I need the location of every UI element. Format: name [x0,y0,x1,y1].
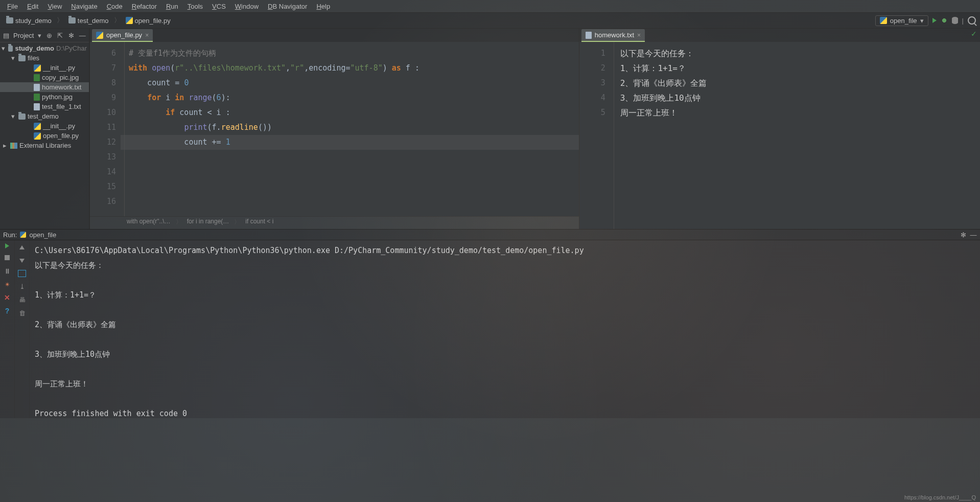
inspection-ok-icon[interactable]: ✓ [971,30,977,38]
menu-window[interactable]: Window [231,2,263,11]
line-gutter: 12345 [579,42,614,229]
tree-node[interactable]: homework.txt [0,82,89,92]
trash-icon[interactable]: 🗑 [18,309,26,317]
tree-path: D:\PyChar [56,44,87,52]
run-config-selector[interactable]: open_file ▾ [875,15,928,26]
txt-icon [586,32,592,39]
scroll-from-source-icon[interactable]: ⊕ [45,32,53,39]
tab-open-file-py[interactable]: open_file.py × [92,29,153,42]
help-icon[interactable]: ? [3,307,11,315]
collapse-all-icon[interactable]: ⇱ [57,32,64,39]
hide-icon[interactable]: — [79,32,86,39]
run-toolbar-secondary: ⤓ 🖶 🗑 [15,240,30,418]
run-toolbar-primary: ⏸ ✴ ✕ ? [0,240,15,418]
menu-code[interactable]: Code [103,2,127,11]
run-button[interactable] [932,18,937,23]
menu-vcs[interactable]: VCS [208,2,230,11]
main-menu-bar: FileEditViewNavigateCodeRefactorRunTools… [0,0,980,13]
navigation-bar: study_demo〉test_demo〉open_file.py open_f… [0,13,980,29]
editor-breadcrumb[interactable]: with open(r"..\…〉for i in range(…〉if cou… [90,216,579,229]
menu-navigate[interactable]: Navigate [67,2,101,11]
search-everywhere-icon[interactable] [968,16,976,25]
console-output[interactable]: C:\Users\86176\AppData\Local\Programs\Py… [30,240,980,418]
code-area[interactable]: # 变量f1作为文件的句柄with open(r"..\files\homewo… [125,42,579,216]
project-tab-icon: ▤ [3,32,9,39]
python-icon [96,32,103,39]
tree-arrow-icon: ▸ [1,142,8,149]
stop-button[interactable] [3,254,11,262]
breadcrumb: study_demo〉test_demo〉open_file.py [4,16,173,26]
scroll-to-end-icon[interactable]: ⤓ [18,282,26,290]
tree-node[interactable]: __init__.py [0,121,89,131]
editor-tabs-right: homework.txt × [579,29,980,42]
editor-body-left[interactable]: 678910111213141516 # 变量f1作为文件的句柄with ope… [90,42,579,216]
py-icon [126,17,133,24]
tree-node[interactable]: python.jpg [0,92,89,102]
folder-icon [8,45,13,52]
project-panel-header: ▤ Project ▾ ⊕ ⇱ ✻ — [0,29,89,42]
code-crumb-item[interactable]: with open(r"..\… [127,218,171,229]
hide-icon[interactable]: — [970,231,977,238]
text-area[interactable]: 以下是今天的任务：1、计算：1+1=？2、背诵《出师表》全篇3、加班到晚上10点… [614,42,980,229]
folder-icon [18,113,26,120]
down-stack-icon[interactable] [18,257,26,265]
tree-node[interactable]: copy_pic.jpg [0,73,89,82]
breadcrumb-item[interactable]: test_demo [66,16,111,26]
attach-button[interactable] [952,17,958,24]
image-icon [34,94,40,101]
editor-left: open_file.py × 678910111213141516 # 变量f1… [89,29,579,229]
tree-label: open_file.py [43,132,79,140]
rerun-button[interactable] [5,243,9,248]
menu-view[interactable]: View [43,2,66,11]
lib-icon [10,143,17,149]
menu-db-navigator[interactable]: DB Navigator [264,2,311,11]
tree-label: homework.txt [42,83,81,91]
run-label: Run: [3,231,17,239]
up-stack-icon[interactable] [18,243,26,252]
code-crumb-item[interactable]: for i in range(… [187,218,229,229]
soft-wrap-icon[interactable] [18,270,26,277]
editor-right: homework.txt × 12345 以下是今天的任务：1、计算：1+1=？… [579,29,980,229]
tree-node[interactable]: ▸External Libraries [0,141,89,150]
run-tool-window: ⏸ ✴ ✕ ? ⤓ 🖶 🗑 C:\Users\86176\AppData\Loc… [0,240,980,418]
txt-icon [34,103,40,110]
gear-icon[interactable]: ✻ [68,32,75,39]
close-tab-icon[interactable]: × [637,32,641,39]
chevron-down-icon[interactable]: ▾ [38,32,41,39]
line-gutter: 678910111213141516 [90,42,125,216]
tree-node[interactable]: ▾files [0,53,89,63]
close-tab-icon[interactable]: × [145,32,149,39]
breadcrumb-item[interactable]: open_file.py [124,16,173,26]
project-tree[interactable]: ▾study_demo D:\PyChar▾files__init__.pyco… [0,42,89,229]
menu-refactor[interactable]: Refactor [128,2,161,11]
txt-icon [34,84,40,91]
menu-run[interactable]: Run [162,2,182,11]
tree-node[interactable]: test_file_1.txt [0,102,89,111]
breadcrumb-label: study_demo [15,17,52,25]
close-run-icon[interactable]: ✕ [3,293,11,302]
tree-node[interactable]: __init__.py [0,63,89,73]
thread-dump-icon[interactable]: ✴ [3,280,11,288]
print-icon[interactable]: 🖶 [18,295,26,304]
editor-body-right[interactable]: 12345 以下是今天的任务：1、计算：1+1=？2、背诵《出师表》全篇3、加班… [579,42,980,229]
pause-icon[interactable]: ⏸ [3,267,11,275]
python-icon [880,17,887,24]
tree-node[interactable]: open_file.py [0,131,89,141]
menu-file[interactable]: File [3,2,22,11]
gear-icon[interactable]: ✻ [960,231,967,238]
run-tool-header: Run: open_file ✻ — [0,229,980,240]
code-crumb-item[interactable]: if count < i [245,218,273,229]
breadcrumb-label: test_demo [78,17,109,25]
breadcrumb-item[interactable]: study_demo [4,16,54,26]
project-panel-title[interactable]: Project [13,32,34,39]
tree-label: External Libraries [19,142,71,149]
menu-help[interactable]: Help [312,2,334,11]
tab-homework-txt[interactable]: homework.txt × [581,29,645,42]
tree-node[interactable]: ▾test_demo [0,111,89,121]
tree-node[interactable]: ▾study_demo D:\PyChar [0,43,89,53]
debug-button[interactable] [941,17,948,24]
menu-edit[interactable]: Edit [23,2,42,11]
breadcrumb-label: open_file.py [135,17,171,25]
menu-tools[interactable]: Tools [183,2,207,11]
tree-label: copy_pic.jpg [42,74,79,81]
